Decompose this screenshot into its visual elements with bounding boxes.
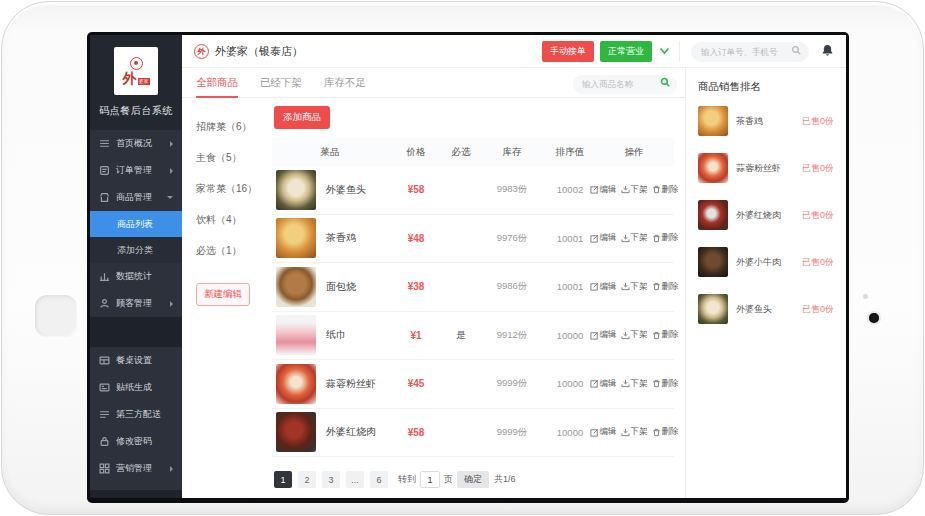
- delete-button[interactable]: 删除: [652, 281, 679, 293]
- ranking-item: 茶香鸡 已售0份: [698, 106, 834, 136]
- table-row: 面包烧 ¥38 9986份 10001 编辑 下架 删除: [272, 263, 674, 312]
- person-icon: [99, 298, 110, 309]
- brand-logo: 外 婆家: [114, 47, 158, 95]
- sidebar-subitem-label: 商品列表: [117, 218, 153, 231]
- category-staple[interactable]: 主食（5）: [196, 151, 268, 165]
- off-shelf-icon: [621, 379, 630, 388]
- trash-icon: [652, 428, 661, 437]
- tablet-home-button[interactable]: [35, 295, 77, 337]
- sidebar-item-label: 营销管理: [116, 462, 152, 475]
- dish-name: 纸巾: [326, 328, 346, 342]
- add-product-button[interactable]: 添加商品: [274, 106, 330, 129]
- edit-icon: [590, 331, 599, 340]
- notifications-button[interactable]: [821, 44, 834, 58]
- category-required[interactable]: 必选（1）: [196, 244, 268, 258]
- dish-photo: [276, 170, 316, 210]
- goto-page-input[interactable]: [420, 471, 440, 488]
- ranking-item: 蒜蓉粉丝虾 已售0份: [698, 153, 834, 183]
- dish-stock: 9999份: [478, 426, 546, 439]
- sidebar-item-sticker-generation[interactable]: 贴纸生成: [90, 374, 182, 401]
- sidebar-nav-secondary: 餐桌设置 贴纸生成 第三方配送 修改密码: [90, 347, 182, 490]
- sidebar-item-data-statistics[interactable]: 数据统计: [90, 263, 182, 290]
- content-row: 招牌菜（6） 主食（5） 家常菜（16） 饮料（4） 必选（1） 新建编辑 添加…: [182, 98, 685, 498]
- table-row: 纸巾 ¥1 是 9912份 10000 编辑 下架 删除: [272, 312, 674, 361]
- sidebar-item-home-overview[interactable]: 首页概况: [90, 130, 182, 157]
- business-status-button[interactable]: 正常营业: [600, 41, 652, 62]
- sidebar-item-third-party-delivery[interactable]: 第三方配送: [90, 401, 182, 428]
- edit-button[interactable]: 编辑: [590, 426, 617, 438]
- tablet-frame: 外 婆家 码点餐后台系统 首页概况 订单管理: [1, 1, 924, 515]
- dish-photo: [698, 247, 728, 277]
- edit-button[interactable]: 编辑: [590, 232, 617, 244]
- page-button-2[interactable]: 2: [298, 471, 316, 488]
- ranking-sold-count: 已售0份: [802, 162, 834, 175]
- off-shelf-icon: [621, 428, 630, 437]
- header-sort: 排序值: [546, 146, 594, 159]
- sidebar-item-product-management[interactable]: 商品管理: [90, 184, 182, 211]
- brand-stamp-icon: [130, 57, 143, 70]
- status-dropdown-chevron[interactable]: [659, 47, 670, 55]
- new-edit-button[interactable]: 新建编辑: [196, 283, 250, 306]
- topbar: 外 外婆家（银泰店） 手动接单 正常营业: [182, 35, 846, 68]
- sidebar-item-marketing-management[interactable]: 营销管理: [90, 455, 182, 482]
- tablet-screen: 外 婆家 码点餐后台系统 首页概况 订单管理: [87, 32, 849, 503]
- manual-order-button[interactable]: 手动接单: [542, 41, 594, 62]
- off-shelf-button[interactable]: 下架: [621, 426, 648, 438]
- table-row: 外婆鱼头 ¥58 9983份 10002 编辑 下架 删除: [272, 166, 674, 215]
- header-dish: 菜品: [272, 146, 388, 159]
- header-ops: 操作: [594, 146, 674, 159]
- goto-confirm-button[interactable]: 确定: [457, 471, 489, 488]
- edit-button[interactable]: 编辑: [590, 281, 617, 293]
- ranking-sold-count: 已售0份: [802, 115, 834, 128]
- off-shelf-button[interactable]: 下架: [621, 281, 648, 293]
- trash-icon: [652, 234, 661, 243]
- table-row: 外婆红烧肉 ¥58 9999份 10000 编辑 下架 删除: [272, 409, 674, 458]
- dish-name: 面包烧: [326, 280, 356, 294]
- sidebar-item-table-settings[interactable]: 餐桌设置: [90, 347, 182, 374]
- edit-button[interactable]: 编辑: [590, 378, 617, 390]
- sidebar-item-order-management[interactable]: 订单管理: [90, 157, 182, 184]
- off-shelf-icon: [621, 185, 630, 194]
- edit-button[interactable]: 编辑: [590, 329, 617, 341]
- off-shelf-button[interactable]: 下架: [621, 378, 648, 390]
- page-button-6[interactable]: 6: [370, 471, 388, 488]
- delete-button[interactable]: 删除: [652, 329, 679, 341]
- sidebar-item-label: 餐桌设置: [116, 354, 152, 367]
- table-row: 茶香鸡 ¥48 9976份 10001 编辑 下架 删除: [272, 215, 674, 264]
- delete-button[interactable]: 删除: [652, 378, 679, 390]
- search-icon: [791, 45, 802, 56]
- sidebar-item-label: 第三方配送: [116, 408, 161, 421]
- chevron-down-icon: [167, 196, 173, 199]
- sidebar-subitem-label: 添加分类: [117, 244, 153, 257]
- page-button-3[interactable]: 3: [322, 471, 340, 488]
- tab-all-products[interactable]: 全部商品: [196, 68, 238, 98]
- sidebar-item-change-password[interactable]: 修改密码: [90, 428, 182, 455]
- tab-off-shelf[interactable]: 已经下架: [260, 68, 302, 98]
- page-button-1[interactable]: 1: [274, 471, 292, 488]
- category-signature[interactable]: 招牌菜（6）: [196, 120, 268, 134]
- off-shelf-button[interactable]: 下架: [621, 184, 648, 196]
- page-button-ellipsis[interactable]: ...: [346, 471, 364, 488]
- off-shelf-button[interactable]: 下架: [621, 232, 648, 244]
- sidebar-item-label: 订单管理: [116, 164, 152, 177]
- lock-icon: [99, 436, 110, 447]
- list-lines-icon: [99, 409, 110, 420]
- edit-button[interactable]: 编辑: [590, 184, 617, 196]
- off-shelf-button[interactable]: 下架: [621, 329, 648, 341]
- category-drinks[interactable]: 饮料（4）: [196, 213, 268, 227]
- sidebar-item-add-category[interactable]: 添加分类: [90, 237, 182, 263]
- ranking-dish-name: 蒜蓉粉丝虾: [736, 162, 802, 175]
- header-price: 价格: [388, 146, 444, 159]
- category-homestyle[interactable]: 家常菜（16）: [196, 182, 268, 196]
- dish-photo: [698, 294, 728, 324]
- delete-button[interactable]: 删除: [652, 232, 679, 244]
- sidebar-item-customer-management[interactable]: 顾客管理: [90, 290, 182, 317]
- tab-low-stock[interactable]: 库存不足: [324, 68, 366, 98]
- sidebar-item-label: 商品管理: [116, 191, 152, 204]
- delete-button[interactable]: 删除: [652, 426, 679, 438]
- sidebar-nav-primary: 首页概况 订单管理 商品管理 商品列: [90, 130, 182, 317]
- sidebar-item-product-list[interactable]: 商品列表: [90, 211, 182, 237]
- delete-button[interactable]: 删除: [652, 184, 679, 196]
- ranking-sold-count: 已售0份: [802, 303, 834, 316]
- grid-icon: [99, 463, 110, 474]
